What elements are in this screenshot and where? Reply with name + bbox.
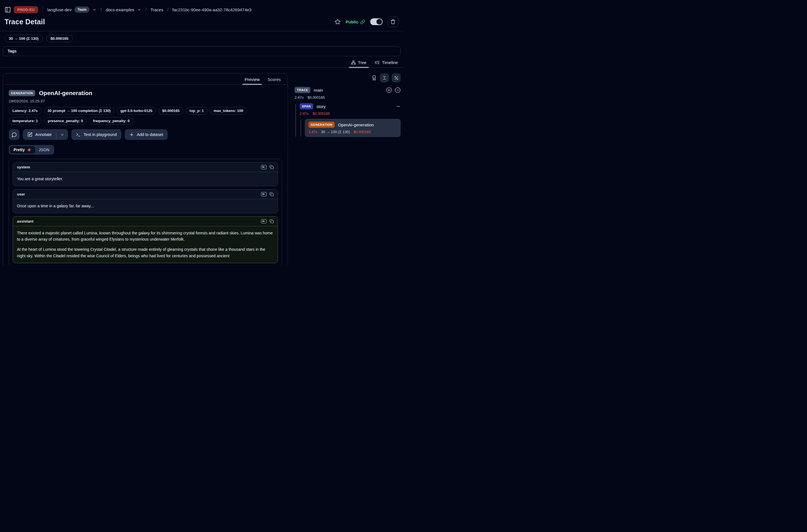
active-tab-indicator [242,84,262,85]
tree-node-span[interactable]: SPAN story [300,103,401,110]
page-title: Trace Detail [4,18,45,26]
latency-badge[interactable]: Latency: 2.47s [9,107,41,115]
tab-preview-label: Preview [245,77,260,82]
observation-panel: Preview Scores GENERATION OpenAI-generat… [3,73,288,266]
message-card-system: system M↓ You are a great storyteller. [13,162,278,186]
observation-type-badge: GENERATION [9,90,35,96]
add-to-dataset-button[interactable]: Add to dataset [125,129,168,140]
tree-connector-line [296,104,296,136]
circle-plus-icon[interactable] [386,87,392,93]
tags-label: Tags [7,49,17,53]
breadcrumb-project[interactable]: docs-examples [106,7,134,12]
annotate-label: Annotate [35,132,52,137]
tab-tree[interactable]: Tree [351,60,367,68]
environment-badge[interactable]: PROD-EU [14,6,38,13]
link-icon [360,19,365,24]
tab-preview[interactable]: Preview [245,77,260,84]
trash-icon [391,19,396,24]
annotate-button[interactable]: Annotate [23,129,56,140]
message-role: system [17,165,30,169]
minus-icon[interactable] [396,104,401,109]
temperature-badge[interactable]: temperature: 1 [9,117,41,125]
content: Preview Scores GENERATION OpenAI-generat… [0,68,404,266]
tree-node-trace[interactable]: TRACE main [295,87,401,93]
span-badge: SPAN [300,103,313,110]
tags-box[interactable]: Tags [3,46,401,56]
frequency-penalty-badge[interactable]: frequency_penalty: 0 [89,117,133,125]
trace-name: main [314,88,323,93]
toggle-metrics-button[interactable] [392,73,401,82]
message-header-icons: M↓ [261,165,274,169]
tree-icon [351,60,356,65]
terminal-icon [76,132,81,137]
tree-node-generation-selected[interactable]: GENERATION OpenAI-generation 2.47s 30 → … [305,119,401,137]
chevron-down-icon[interactable] [92,7,96,12]
message-header-icons: M↓ [261,192,274,196]
tab-timeline[interactable]: Timeline [375,60,398,68]
plus-icon [129,132,134,137]
trace-latency: 2.47s [295,95,304,99]
token-usage-badge[interactable]: 30 prompt → 100 completion (Σ 130) [44,107,114,115]
panel-tabs: Preview Scores [3,74,287,84]
breadcrumb-org[interactable]: langfuse-dev [48,7,72,12]
message-header: system M↓ [13,163,278,172]
breadcrumb-trace-id: fac231bc-90ee-490a-aa32-78c4269474e3 [172,7,251,12]
award-icon[interactable] [371,75,377,81]
message-paragraph: There existed a majestic planet called L… [17,230,274,243]
json-label: JSON [39,148,50,152]
message-content: Once upon a time in a galaxy far, far aw… [13,199,278,213]
generation-tokens: 30 → 100 (Σ 130) [321,130,350,134]
copy-icon[interactable] [269,165,274,169]
markdown-toggle-icon[interactable]: M↓ [261,219,267,223]
tab-scores-label: Scores [267,77,281,82]
collapse-all-button[interactable] [380,73,389,82]
trace-cost: $0.000165 [307,95,325,99]
model-badge[interactable]: gpt-3.5-turbo-0125 [117,107,156,115]
breadcrumb-separator: / [99,7,103,12]
format-toggle: Pretty JSON [9,145,54,155]
message-header: user M↓ [13,190,278,199]
annotate-button-group: Annotate [23,129,68,140]
cost-badge[interactable]: $0.000165 [158,107,183,115]
max-tokens-badge[interactable]: max_tokens: 100 [210,107,247,115]
markdown-toggle-icon[interactable]: M↓ [261,165,267,169]
tree-connector-line [301,120,301,136]
trace-metrics: 2.47s $0.000165 [295,95,401,99]
chevrons-down-up-icon [382,76,387,80]
annotate-dropdown-button[interactable] [56,129,68,140]
trace-badge: TRACE [295,87,311,93]
public-toggle[interactable] [370,18,382,25]
top-p-badge[interactable]: top_p: 1 [186,107,208,115]
breadcrumb-traces[interactable]: Traces [150,7,163,12]
trace-stats: 30 → 100 (Σ 130) $0.000165 [0,31,404,45]
chevron-down-icon[interactable] [137,7,142,12]
percent-icon [394,76,399,80]
presence-penalty-badge[interactable]: presence_penalty: 0 [44,117,87,125]
test-in-playground-label: Test in playground [83,132,117,137]
public-link[interactable]: Public [346,19,365,24]
message-card-assistant: assistant M↓ There existed a majestic pl… [13,216,278,263]
copy-icon[interactable] [269,219,274,223]
markdown-toggle-icon[interactable]: M↓ [261,192,267,196]
chevron-down-icon [60,133,64,137]
json-view-button[interactable]: JSON [35,146,53,153]
public-link-label: Public [346,19,358,24]
copy-icon[interactable] [269,192,274,196]
title-actions: Public [335,16,398,27]
message-paragraph: You are a great storyteller. [17,176,274,182]
span-latency: 2.47s [300,111,309,116]
trace-token-usage-badge[interactable]: 30 → 100 (Σ 130) [4,35,43,42]
circle-minus-icon[interactable] [395,87,401,93]
trace-cost-badge[interactable]: $0.000165 [46,35,73,42]
span-name: story [317,104,326,109]
comments-button[interactable] [9,129,19,140]
observation-actions: Annotate Test in playground Add to data [9,129,282,140]
tab-scores[interactable]: Scores [267,77,281,84]
test-in-playground-button[interactable]: Test in playground [71,129,121,140]
delete-trace-button[interactable] [388,16,398,27]
observation-name: OpenAI-generation [39,90,92,96]
star-icon[interactable] [335,19,341,25]
pretty-view-button[interactable]: Pretty [10,146,35,153]
panel-left-icon[interactable] [4,6,11,13]
generation-row: GENERATION OpenAI-generation [308,121,397,128]
